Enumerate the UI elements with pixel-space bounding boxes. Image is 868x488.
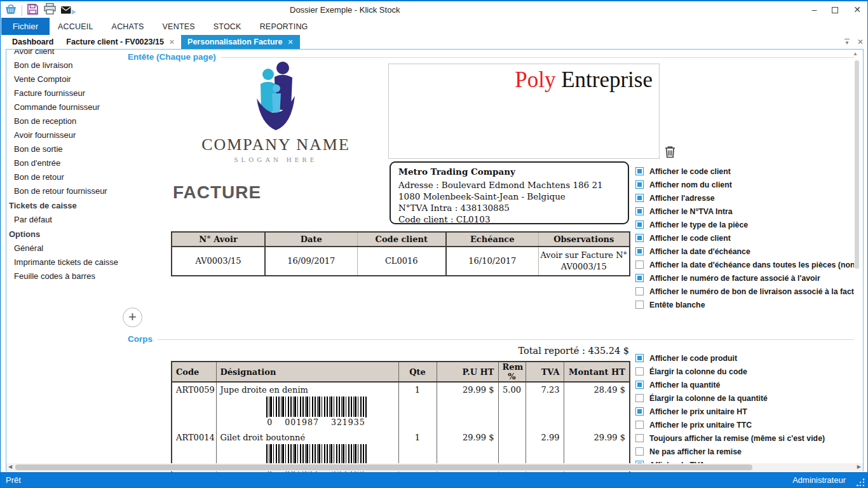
checkbox-checked[interactable] <box>635 354 644 362</box>
menu-item-achats[interactable]: ACHATS <box>112 22 144 31</box>
checkbox-unchecked[interactable] <box>635 301 644 309</box>
menu-item-reporting[interactable]: REPORTING <box>260 22 308 31</box>
sidebar-item-bon-d-entree[interactable]: Bon d'entrée <box>6 156 118 170</box>
close-button[interactable]: ✕ <box>853 1 861 18</box>
ribbon-tabs: ACCUEIL ACHATS VENTES STOCK REPORTING <box>58 18 308 35</box>
checkbox-unchecked[interactable] <box>635 394 644 402</box>
tab-close-icon[interactable]: ✕ <box>287 38 293 46</box>
corps-option-elargir-la-colonne-de-la-quantite[interactable]: Élargir la colonne de la quantité <box>635 391 854 405</box>
sidebar-item-bon-de-retour-fournisseur[interactable]: Bon de retour fournisseur <box>6 184 118 198</box>
entete-option-afficher-le-numero-de-bon-de-livraison-associe-a[interactable]: Afficher le numéro de bon de livraison a… <box>635 285 854 298</box>
header-custom-text-box[interactable]: Poly Entreprise <box>388 64 660 159</box>
sidebar-item-avoir-fournisseur[interactable]: Avoir fournisseur <box>6 128 118 142</box>
entete-option-afficher-l-adresse[interactable]: Afficher l'adresse <box>635 191 854 205</box>
pin-icon[interactable]: ▼ <box>844 39 850 46</box>
corps-option-afficher-le-code-produit[interactable]: Afficher le code produit <box>635 351 854 365</box>
product-code: ART0059 <box>172 382 216 430</box>
sidebar-item-bon-de-retour[interactable]: Bon de retour <box>6 170 118 184</box>
corps-option-toujours-afficher-la-remise-meme-si-c-est-vide[interactable]: Toujours afficher la remise (même si c'e… <box>635 431 854 445</box>
print-icon[interactable] <box>43 3 57 18</box>
option-label: Afficher la date d'échéance <box>649 247 750 256</box>
resize-grip[interactable] <box>857 478 865 487</box>
scroll-right-icon[interactable]: ▶ <box>857 464 861 470</box>
corps-option-ne-pas-afficher-la-remise[interactable]: Ne pas afficher la remise <box>635 445 854 458</box>
checkbox-checked[interactable] <box>635 220 644 229</box>
scroll-up-icon[interactable]: ▲ <box>853 51 858 57</box>
corps-option-afficher-le-prix-unitaire-ttc[interactable]: Afficher le prix unitaire TTC <box>635 418 854 431</box>
tab-personnalisation-facture[interactable]: Personnalisation Facture ✕ <box>181 35 300 49</box>
tab-dashboard[interactable]: Dashboard <box>6 35 60 49</box>
checkbox-checked[interactable] <box>635 407 644 416</box>
maximize-button[interactable] <box>832 7 838 13</box>
close-tab-icon[interactable]: ✕ <box>857 37 864 46</box>
sidebar-item-commande-fournisseur[interactable]: Commande fournisseur <box>6 100 118 114</box>
sidebar-item-par-defaut[interactable]: Par défaut <box>6 213 118 227</box>
tab-facture-client[interactable]: Facture client - FV0023/15 ✕ <box>60 35 181 49</box>
add-section-button[interactable]: + <box>123 308 142 327</box>
option-label: Afficher le prix unitaire HT <box>649 407 747 416</box>
horizontal-scrollbar-thumb[interactable] <box>15 464 752 470</box>
entete-option-afficher-le-n-tva-intra[interactable]: Afficher le N°TVA Intra <box>635 205 854 218</box>
app-window: Dossier Exemple - Klick Stock – ✕ Fichie… <box>0 0 868 488</box>
company-logo[interactable] <box>252 60 299 138</box>
checkbox-checked[interactable] <box>635 274 644 282</box>
option-label: Afficher le code client <box>649 234 731 243</box>
entete-option-afficher-le-code-client[interactable]: Afficher le code client <box>635 231 854 245</box>
file-menu-button[interactable]: Fichier <box>1 18 50 35</box>
entete-option-entete-blanche[interactable]: Entête blanche <box>635 298 854 311</box>
sidebar-item-imprimante-tickets-de-caisse[interactable]: Imprimante tickets de caisse <box>6 255 118 269</box>
entete-option-afficher-le-type-de-la-piece[interactable]: Afficher le type de la pièce <box>635 218 854 231</box>
sidebar-item-avoir-client[interactable]: Avoir client <box>6 50 118 58</box>
document-tab-bar: Dashboard Facture client - FV0023/15 ✕ P… <box>1 35 867 49</box>
sidebar-item-bon-de-sortie[interactable]: Bon de sortie <box>6 142 118 156</box>
trash-icon[interactable] <box>665 146 675 161</box>
minimize-button[interactable]: – <box>811 1 817 18</box>
checkbox-unchecked[interactable] <box>635 447 644 456</box>
scroll-left-icon[interactable]: ◀ <box>8 464 12 470</box>
send-mail-icon[interactable] <box>61 6 76 15</box>
checkbox-checked[interactable] <box>635 234 644 242</box>
option-label: Élargir la colonne du code <box>649 367 747 376</box>
checkbox-checked[interactable] <box>635 167 644 175</box>
current-user: Administrateur <box>792 475 846 485</box>
checkbox-checked[interactable] <box>635 247 644 255</box>
checkbox-unchecked[interactable] <box>635 367 644 376</box>
product-designation: Gilet droit boutonné <box>220 433 395 442</box>
horizontal-scrollbar[interactable]: ◀ ▶ <box>6 463 863 471</box>
checkbox-checked[interactable] <box>635 381 644 389</box>
sidebar-item-bon-de-reception[interactable]: Bon de reception <box>6 114 118 128</box>
corps-option-afficher-la-quantite[interactable]: Afficher la quantité <box>635 378 854 391</box>
checkbox-unchecked[interactable] <box>635 287 644 295</box>
checkbox-unchecked[interactable] <box>635 421 644 429</box>
menu-item-ventes[interactable]: VENTES <box>163 22 195 31</box>
barcode-bars-icon <box>266 444 367 464</box>
body-header-tva: TVA <box>526 362 564 382</box>
option-label: Afficher le code client <box>649 167 731 176</box>
corps-option-afficher-le-prix-unitaire-ht[interactable]: Afficher le prix unitaire HT <box>635 405 854 418</box>
vertical-scrollbar-thumb[interactable] <box>855 60 859 269</box>
product-row: ART0059 Jupe droite en denim 0 001987 32… <box>172 382 630 430</box>
sidebar-item-feuille-codes-a-barres[interactable]: Feuille codes à barres <box>6 269 118 283</box>
save-icon[interactable] <box>27 3 39 18</box>
checkbox-checked[interactable] <box>635 194 644 202</box>
entete-option-afficher-la-date-d-echeance-dans-toutes-les-piec[interactable]: Afficher la date d'échéance dans toutes … <box>635 258 854 271</box>
corps-option-elargir-la-colonne-du-code[interactable]: Élargir la colonne du code <box>635 365 854 378</box>
basket-icon[interactable] <box>4 3 17 17</box>
sidebar-item-general[interactable]: Général <box>6 241 118 255</box>
option-label: Afficher la date d'échéance dans toutes … <box>649 261 854 269</box>
entete-option-afficher-la-date-d-echeance[interactable]: Afficher la date d'échéance <box>635 245 854 258</box>
entete-option-afficher-le-code-client[interactable]: Afficher le code client <box>635 165 854 178</box>
checkbox-checked[interactable] <box>635 207 644 215</box>
sidebar-item-facture-fournisseur[interactable]: Facture fournisseur <box>6 86 118 100</box>
checkbox-unchecked[interactable] <box>635 434 644 442</box>
tab-close-icon[interactable]: ✕ <box>169 38 175 46</box>
menu-item-accueil[interactable]: ACCUEIL <box>58 22 93 31</box>
sidebar-item-bon-de-livraison[interactable]: Bon de livraison <box>6 58 118 72</box>
checkbox-checked[interactable] <box>635 180 644 189</box>
sidebar-item-vente-comptoir[interactable]: Vente Comptoir <box>6 72 118 86</box>
entete-option-afficher-nom-du-client[interactable]: Afficher nom du client <box>635 178 854 191</box>
menu-item-stock[interactable]: STOCK <box>214 22 241 31</box>
entete-option-afficher-le-numero-de-facture-associe-a-l-avoir[interactable]: Afficher le numéro de facture associé à … <box>635 271 854 285</box>
meta-header-observations: Observations <box>538 232 630 247</box>
checkbox-unchecked[interactable] <box>635 261 644 269</box>
